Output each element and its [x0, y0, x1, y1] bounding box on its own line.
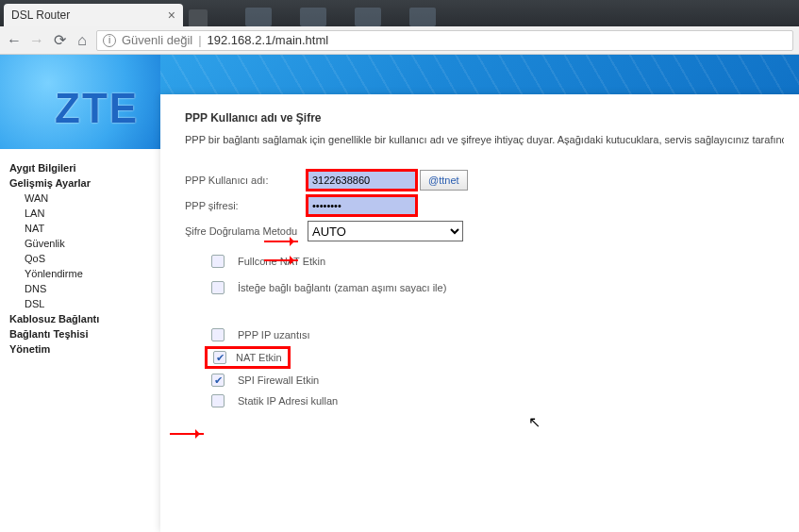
tab-title: DSL Router	[11, 8, 70, 22]
home-icon[interactable]: ⌂	[74, 32, 91, 49]
sidebar-item-diagnostics[interactable]: Bağlantı Teşhisi	[9, 326, 151, 341]
sidebar-item-routing[interactable]: Yönlendirme	[9, 266, 151, 281]
pppip-checkbox[interactable]	[211, 328, 225, 341]
ondemand-label: İsteğe bağlı bağlantı (zaman aşımı sayac…	[238, 282, 446, 293]
sidebar-item-wan[interactable]: WAN	[9, 191, 151, 206]
sidebar-nav: Aygıt Bilgileri Gelişmiş Ayarlar WAN LAN…	[0, 149, 160, 532]
security-status: Güvenli değil	[122, 33, 192, 47]
spi-firewall-checkbox[interactable]	[211, 374, 225, 387]
main-panel: PPP Kullanıcı adı ve Şifre PPP bir bağla…	[160, 94, 799, 532]
nat-enable-label: NAT Etkin	[236, 352, 282, 363]
ppp-username-input[interactable]	[308, 171, 416, 190]
sidebar-item-management[interactable]: Yönetim	[9, 341, 151, 357]
fullcone-nat-label: Fullcone NAT Etkin	[238, 256, 325, 267]
sidebar-item-qos[interactable]: QoS	[9, 251, 151, 266]
forward-icon: →	[28, 32, 45, 49]
cursor-icon: ↖	[528, 413, 541, 431]
reload-icon[interactable]: ⟳	[51, 31, 68, 49]
annotation-arrow	[264, 259, 298, 261]
info-icon[interactable]: i	[103, 34, 116, 47]
sidebar-item-wireless[interactable]: Kablosuz Bağlantı	[9, 311, 151, 326]
sidebar-item-advanced[interactable]: Gelişmiş Ayarlar	[9, 175, 151, 191]
nat-enable-checkbox[interactable]	[213, 351, 226, 364]
brand-logo: ZTE	[55, 85, 139, 132]
authmethod-select[interactable]: AUTO	[308, 221, 463, 241]
staticip-label: Statik IP Adresi kullan	[238, 395, 338, 407]
new-tab-button[interactable]	[189, 9, 208, 26]
pppip-label: PPP IP uzantısı	[238, 329, 310, 341]
background-window-icons	[245, 8, 436, 26]
sidebar-item-nat[interactable]: NAT	[9, 221, 151, 236]
username-label: PPP Kullanıcı adı:	[185, 175, 308, 186]
sidebar-item-dns[interactable]: DNS	[9, 281, 151, 296]
back-icon[interactable]: ←	[6, 32, 23, 49]
authmethod-label: Şifre Doğrulama Metodu	[185, 225, 308, 237]
spi-firewall-label: SPI Firewall Etkin	[238, 374, 319, 386]
annotation-arrow	[264, 241, 298, 242]
password-label: PPP şifresi:	[185, 200, 308, 211]
ppp-password-input[interactable]	[308, 196, 416, 215]
url-text: 192.168.2.1/main.html	[208, 33, 329, 47]
staticip-checkbox[interactable]	[211, 394, 225, 407]
close-tab-icon[interactable]: ×	[168, 8, 175, 23]
fullcone-nat-checkbox[interactable]	[211, 255, 225, 268]
ttnet-button[interactable]: @ttnet	[420, 170, 468, 191]
sidebar-item-lan[interactable]: LAN	[9, 206, 151, 221]
browser-tab[interactable]: DSL Router ×	[4, 4, 183, 26]
panel-description: PPP bir bağlantı sağlamak için genellikl…	[185, 134, 784, 145]
sidebar-item-security[interactable]: Güvenlik	[9, 236, 151, 251]
ondemand-checkbox[interactable]	[211, 281, 225, 294]
annotation-arrow	[170, 433, 204, 435]
panel-title: PPP Kullanıcı adı ve Şifre	[185, 111, 784, 125]
address-bar[interactable]: i Güvenli değil | 192.168.2.1/main.html	[96, 30, 793, 51]
sidebar-item-device-info[interactable]: Aygıt Bilgileri	[9, 160, 151, 175]
sidebar-item-dsl[interactable]: DSL	[9, 296, 151, 311]
